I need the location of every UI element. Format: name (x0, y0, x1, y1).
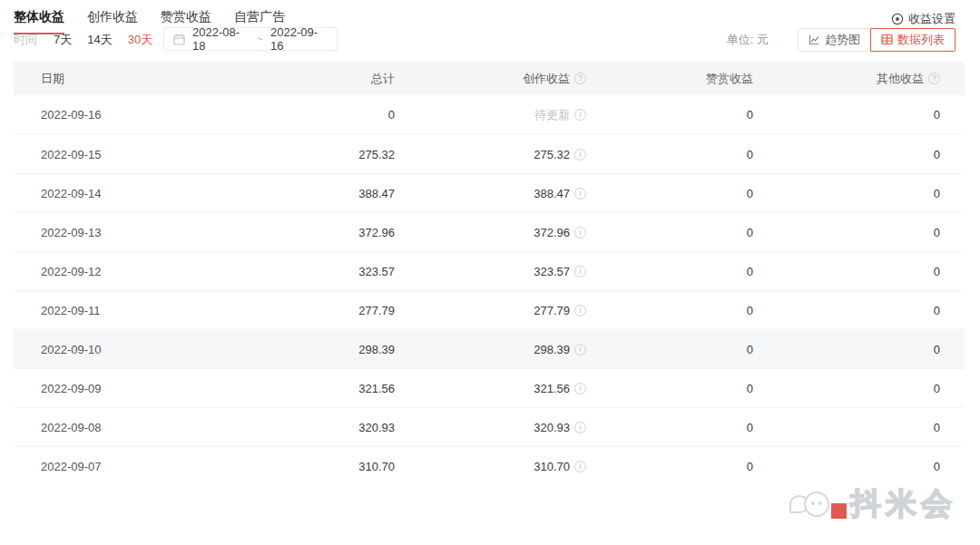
cell-creation: 310.70 i (395, 460, 586, 473)
table-row[interactable]: 2022-09-07 310.70 310.70 i 0 0 (14, 446, 965, 485)
cell-total: 0 (222, 108, 395, 122)
date-end: 2022-09-16 (270, 25, 328, 53)
cell-date: 2022-09-10 (14, 343, 222, 356)
trend-chart-button[interactable]: 趋势图 (798, 28, 871, 52)
cell-total: 275.32 (222, 148, 395, 161)
earnings-table: 日期 总计 创作收益 ? 赞赏收益 其他收益 ? 2022-09-16 0 待更… (14, 62, 965, 485)
header-creation: 创作收益 ? (395, 71, 586, 87)
data-list-label: 数据列表 (897, 32, 945, 48)
date-range-picker[interactable]: 2022-08-18 ~ 2022-09-16 (163, 27, 338, 51)
cell-total: 323.57 (222, 265, 395, 278)
filter-row: 时间 7天14天30天 2022-08-18 ~ 2022-09-16 单位: … (14, 27, 956, 52)
cell-creation: 277.79 i (395, 304, 586, 317)
unit-label: 单位: 元 (727, 32, 769, 48)
table-row[interactable]: 2022-09-13 372.96 372.96 i 0 0 (14, 212, 965, 251)
time-label: 时间 (14, 32, 37, 48)
cell-date: 2022-09-14 (14, 187, 222, 200)
cell-creation: 320.93 i (395, 421, 586, 434)
cell-date: 2022-09-09 (14, 382, 222, 395)
cell-creation: 388.47 i (395, 187, 586, 200)
info-icon[interactable]: i (574, 266, 586, 277)
cell-reward: 0 (586, 304, 753, 317)
cell-total: 277.79 (222, 304, 395, 317)
cell-date: 2022-09-08 (14, 421, 222, 434)
calendar-icon (173, 34, 185, 45)
cell-total: 388.47 (222, 187, 395, 200)
cell-date: 2022-09-07 (14, 460, 222, 473)
cell-date: 2022-09-16 (14, 108, 222, 122)
cell-reward: 0 (586, 421, 753, 434)
cell-other: 0 (753, 226, 965, 239)
cell-other: 0 (753, 304, 965, 317)
time-range-14天[interactable]: 14天 (87, 32, 112, 48)
data-list-button[interactable]: 数据列表 (870, 28, 956, 52)
earnings-page: 整体收益创作收益赞赏收益自营广告 收益设置 时间 7天14天30天 (0, 0, 980, 545)
cell-total: 372.96 (222, 226, 395, 239)
info-icon[interactable]: i (574, 305, 586, 316)
cell-creation: 275.32 i (395, 148, 586, 161)
earnings-settings-label: 收益设置 (908, 11, 956, 27)
help-icon[interactable]: ? (928, 73, 940, 84)
header-total: 总计 (222, 71, 395, 87)
cell-reward: 0 (586, 226, 753, 239)
watermark: 抖米会 (789, 483, 956, 525)
table-row[interactable]: 2022-09-16 0 待更新 i 0 0 (14, 95, 965, 134)
info-icon[interactable]: i (574, 227, 586, 238)
cell-total: 298.39 (222, 343, 395, 356)
cell-creation: 待更新 i (395, 107, 586, 123)
table-row[interactable]: 2022-09-08 320.93 320.93 i 0 0 (14, 407, 965, 446)
cell-reward: 0 (586, 382, 753, 395)
table-row[interactable]: 2022-09-14 388.47 388.47 i 0 0 (14, 173, 965, 212)
cell-creation: 321.56 i (395, 382, 586, 395)
table-icon (881, 34, 893, 45)
earnings-settings-button[interactable]: 收益设置 (891, 11, 956, 27)
table-row[interactable]: 2022-09-09 321.56 321.56 i 0 0 (14, 368, 965, 407)
cell-date: 2022-09-12 (14, 265, 222, 278)
time-range-7天[interactable]: 7天 (54, 32, 72, 48)
cell-other: 0 (753, 382, 965, 395)
cell-total: 321.56 (222, 382, 395, 395)
date-separator: ~ (257, 33, 263, 45)
table-row[interactable]: 2022-09-12 323.57 323.57 i 0 0 (14, 251, 965, 290)
info-icon[interactable]: i (574, 461, 586, 472)
view-controls: 单位: 元 趋势图 (727, 27, 956, 52)
smiley-face-icon (804, 491, 829, 517)
cell-total: 320.93 (222, 421, 395, 434)
cell-other: 0 (753, 148, 965, 161)
line-chart-icon (808, 34, 820, 45)
cell-creation: 298.39 i (395, 343, 586, 356)
cell-other: 0 (753, 343, 965, 356)
cell-date: 2022-09-13 (14, 226, 222, 239)
info-icon[interactable]: i (574, 188, 586, 200)
cell-reward: 0 (586, 265, 753, 278)
watermark-text: 抖米会 (850, 483, 956, 525)
cell-other: 0 (753, 265, 965, 278)
trend-chart-label: 趋势图 (825, 32, 860, 48)
cell-reward: 0 (586, 187, 753, 200)
table-row[interactable]: 2022-09-11 277.79 277.79 i 0 0 (14, 290, 965, 329)
cell-creation: 372.96 i (395, 226, 586, 239)
info-icon[interactable]: i (574, 383, 586, 394)
cell-total: 310.70 (222, 460, 395, 473)
time-range-30天[interactable]: 30天 (128, 32, 152, 48)
cell-reward: 0 (586, 108, 753, 122)
help-icon[interactable]: ? (574, 73, 586, 84)
red-square-logo (831, 503, 847, 519)
header-other: 其他收益 ? (753, 71, 965, 87)
header-date: 日期 (14, 71, 222, 87)
cell-creation: 323.57 i (395, 265, 586, 278)
info-icon[interactable]: i (574, 344, 586, 355)
cell-date: 2022-09-11 (14, 304, 222, 317)
date-start: 2022-08-18 (192, 25, 250, 53)
cell-reward: 0 (586, 343, 753, 356)
cell-other: 0 (753, 108, 965, 122)
table-header-row: 日期 总计 创作收益 ? 赞赏收益 其他收益 ? (14, 62, 965, 95)
info-icon[interactable]: i (574, 422, 586, 433)
header-reward: 赞赏收益 (586, 71, 753, 87)
table-row[interactable]: 2022-09-15 275.32 275.32 i 0 0 (14, 134, 965, 173)
cell-other: 0 (753, 421, 965, 434)
table-row[interactable]: 2022-09-10 298.39 298.39 i 0 0 (14, 329, 965, 368)
gear-icon (891, 13, 904, 25)
info-icon[interactable]: i (574, 149, 586, 161)
info-icon[interactable]: i (574, 109, 586, 121)
